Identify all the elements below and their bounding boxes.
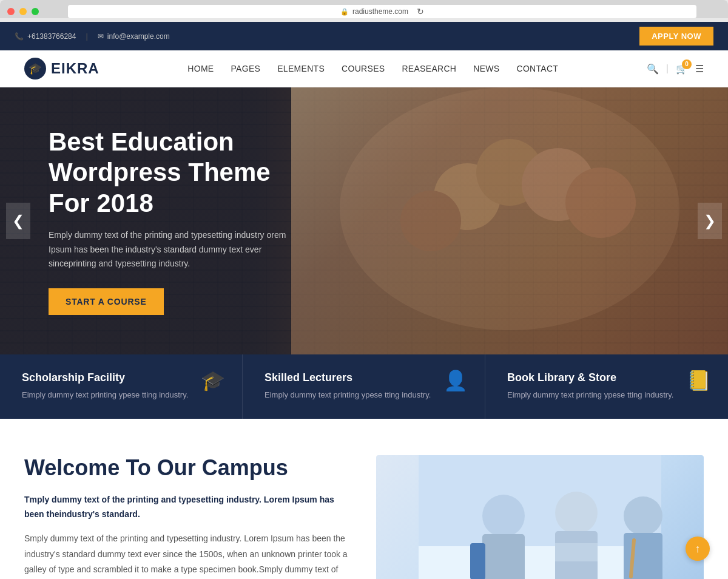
feature-scholarship-desc: Eimply dummy text printing ypese tting i… bbox=[22, 389, 220, 402]
feature-scholarship: Scholarship Facility Eimply dummy text p… bbox=[0, 354, 243, 419]
browser-chrome: 🔒 radiustheme.com ↻ bbox=[0, 0, 728, 18]
site-logo[interactable]: 🎓 EIKRA bbox=[24, 58, 99, 80]
hero-section: ❮ Best Education Wordpress Theme For 201… bbox=[0, 87, 728, 354]
students-svg bbox=[291, 87, 728, 354]
welcome-title: Welcome To Our Campus bbox=[24, 455, 352, 481]
cart-wrapper[interactable]: 🛒 0 bbox=[676, 63, 688, 75]
feature-lecturers-title: Skilled Lecturers bbox=[265, 371, 463, 384]
feature-lecturers: Skilled Lecturers Eimply dummy text prin… bbox=[243, 354, 485, 419]
phone-number: +61383766284 bbox=[27, 32, 76, 41]
hero-image-area bbox=[291, 87, 728, 354]
svg-point-4 bbox=[565, 168, 636, 238]
logo-icon: 🎓 bbox=[24, 58, 46, 80]
nav-research[interactable]: REASEARCH bbox=[402, 64, 456, 73]
search-icon[interactable]: 🔍 bbox=[647, 63, 659, 75]
browser-titlebar: 🔒 radiustheme.com ↻ bbox=[7, 5, 721, 18]
main-nav: HOME PAGES ELEMENTS COURSES REASEARCH NE… bbox=[187, 64, 558, 73]
hero-next-button[interactable]: ❯ bbox=[698, 203, 722, 239]
nav-elements[interactable]: ELEMENTS bbox=[277, 64, 325, 73]
topbar-contact-info: 📞 +61383766284 | ✉ info@example.com bbox=[15, 32, 170, 41]
campus-students-svg bbox=[376, 455, 704, 579]
phone-icon: 📞 bbox=[15, 32, 24, 41]
address-bar[interactable]: 🔒 radiustheme.com ↻ bbox=[68, 5, 696, 18]
welcome-body-text: Smply dummy text of the printing and typ… bbox=[24, 531, 352, 579]
nav-courses[interactable]: COURSES bbox=[342, 64, 385, 73]
menu-icon[interactable]: ☰ bbox=[695, 63, 704, 75]
site-header: 🎓 EIKRA HOME PAGES ELEMENTS COURSES REAS… bbox=[0, 50, 728, 87]
feature-lecturers-text: Skilled Lecturers Eimply dummy text prin… bbox=[265, 371, 463, 402]
refresh-icon[interactable]: ↻ bbox=[417, 7, 424, 16]
cart-badge: 0 bbox=[682, 59, 692, 69]
hero-title: Best Education Wordpress Theme For 2018 bbox=[49, 127, 291, 218]
graduation-cap-icon: 🎓 bbox=[29, 62, 42, 75]
svg-point-14 bbox=[624, 496, 662, 535]
url-text: radiustheme.com bbox=[352, 7, 408, 16]
nav-contact[interactable]: CONTACT bbox=[516, 64, 558, 73]
svg-point-11 bbox=[555, 492, 598, 534]
feature-scholarship-title: Scholarship Facility bbox=[22, 371, 220, 384]
svg-rect-13 bbox=[555, 543, 598, 561]
email-address: info@example.com bbox=[107, 32, 170, 41]
feature-library-title: Book Library & Store bbox=[507, 371, 706, 384]
chevron-left-icon: ❮ bbox=[12, 212, 24, 229]
logo-text: EIKRA bbox=[51, 60, 99, 77]
hero-prev-button[interactable]: ❮ bbox=[6, 203, 30, 239]
nav-pages[interactable]: PAGES bbox=[231, 64, 261, 73]
feature-library-text: Book Library & Store Eimply dummy text p… bbox=[507, 371, 706, 402]
svg-point-5 bbox=[400, 191, 461, 251]
feature-library: Book Library & Store Eimply dummy text p… bbox=[485, 354, 728, 419]
scroll-to-top-button[interactable]: ↑ bbox=[686, 537, 710, 561]
svg-rect-10 bbox=[470, 543, 485, 579]
person-feature-icon: 👤 bbox=[443, 369, 468, 392]
nav-news[interactable]: NEWS bbox=[473, 64, 499, 73]
feature-scholarship-text: Scholarship Facility Eimply dummy text p… bbox=[22, 371, 220, 402]
start-course-button[interactable]: START A COURSE bbox=[49, 288, 164, 315]
topbar: 📞 +61383766284 | ✉ info@example.com APPL… bbox=[0, 22, 728, 50]
apply-now-button[interactable]: APPLY NOW bbox=[639, 27, 713, 46]
email-icon: ✉ bbox=[98, 32, 104, 41]
nav-home[interactable]: HOME bbox=[187, 64, 214, 73]
features-bar: Scholarship Facility Eimply dummy text p… bbox=[0, 354, 728, 419]
welcome-section: Welcome To Our Campus Tmply dummy text o… bbox=[0, 419, 728, 579]
book-feature-icon: 📒 bbox=[687, 369, 711, 392]
close-dot[interactable] bbox=[7, 8, 15, 15]
nav-icons: 🔍 | 🛒 0 ☰ bbox=[647, 63, 704, 75]
topbar-divider: | bbox=[86, 32, 87, 41]
svg-point-8 bbox=[482, 495, 525, 537]
divider-pipe: | bbox=[666, 63, 669, 74]
feature-library-desc: Eimply dummy text printing ypese tting i… bbox=[507, 389, 706, 402]
svg-rect-9 bbox=[482, 534, 525, 579]
feature-lecturers-desc: Eimply dummy text printing ypese tting i… bbox=[265, 389, 463, 402]
maximize-dot[interactable] bbox=[32, 8, 39, 15]
graduation-cap-feature-icon: 🎓 bbox=[201, 369, 225, 392]
topbar-email: ✉ info@example.com bbox=[98, 32, 170, 41]
welcome-campus-image bbox=[376, 455, 704, 579]
hero-subtitle: Emply dummy text of the printing and typ… bbox=[49, 228, 291, 271]
minimize-dot[interactable] bbox=[19, 8, 27, 15]
lock-icon: 🔒 bbox=[340, 8, 349, 16]
topbar-phone: 📞 +61383766284 bbox=[15, 32, 76, 41]
chevron-right-icon: ❯ bbox=[704, 212, 716, 229]
welcome-content: Welcome To Our Campus Tmply dummy text o… bbox=[24, 455, 352, 579]
hero-content: Best Education Wordpress Theme For 2018 … bbox=[0, 127, 340, 316]
welcome-bold-text: Tmply dummy text of the printing and typ… bbox=[24, 493, 352, 522]
